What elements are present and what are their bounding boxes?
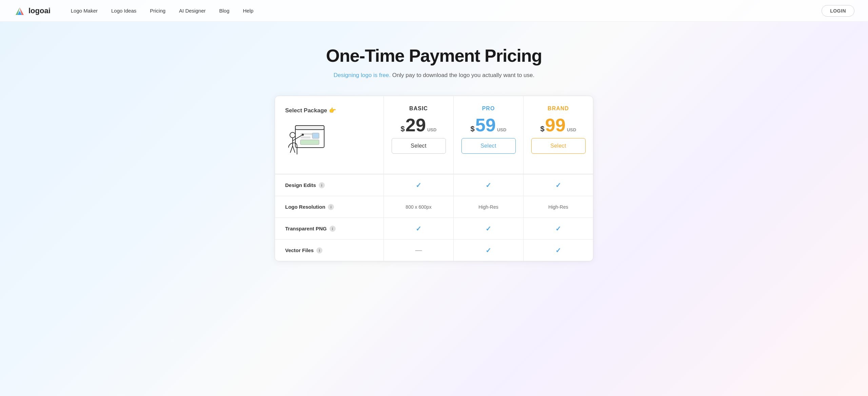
feature-name-3: Vector Files [285, 247, 314, 253]
login-button[interactable]: LOGIN [822, 5, 854, 17]
pricing-header: Select Package 👉 [275, 96, 593, 174]
hero-subtitle-rest: Only pay to download the logo you actual… [391, 72, 534, 78]
svg-point-11 [290, 132, 295, 138]
hero-subtitle-highlight: Designing logo is free. [334, 72, 391, 78]
info-icon-1[interactable]: i [328, 204, 334, 210]
info-icon-3[interactable]: i [316, 247, 322, 253]
check-icon-brand-3: ✓ [555, 246, 561, 254]
plan-brand-name: BRAND [548, 106, 569, 112]
feature-cell-basic-3: — [383, 240, 453, 261]
feature-column-header: Select Package 👉 [275, 96, 383, 174]
select-basic-button[interactable]: Select [392, 138, 446, 154]
nav-blog[interactable]: Blog [219, 8, 229, 14]
svg-rect-9 [312, 133, 319, 138]
check-icon-brand-0: ✓ [555, 181, 561, 189]
select-brand-button[interactable]: Select [531, 138, 586, 154]
package-illustration [285, 122, 329, 163]
feature-row-0: Design Edits i✓✓✓ [275, 174, 593, 196]
check-icon-pro-2: ✓ [486, 225, 491, 233]
feature-cell-pro-2: ✓ [453, 218, 523, 239]
feature-cell-brand-0: ✓ [523, 174, 593, 196]
dash-icon-basic-3: — [415, 246, 422, 254]
check-icon-pro-0: ✓ [486, 181, 491, 189]
plan-pro-header: PRO $ 59 USD Select [453, 96, 523, 174]
plan-basic-header: BASIC $ 29 USD Select [383, 96, 453, 174]
nav-logo-maker[interactable]: Logo Maker [71, 8, 98, 14]
plan-basic-dollar: $ [401, 125, 405, 133]
nav-pricing[interactable]: Pricing [150, 8, 165, 14]
feature-label-2: Transparent PNG i [275, 218, 383, 239]
logo-link[interactable]: logoai [14, 5, 51, 17]
feature-cell-pro-1: High-Res [453, 196, 523, 218]
feature-value-basic-1: 800 x 600px [406, 204, 431, 210]
plan-basic-name: BASIC [409, 106, 428, 112]
feature-value-brand-1: High-Res [548, 204, 568, 210]
logo-icon [14, 5, 26, 17]
plan-brand-usd: USD [567, 127, 576, 132]
plan-pro-name: PRO [482, 106, 495, 112]
feature-cell-brand-1: High-Res [523, 196, 593, 218]
hero-subtitle: Designing logo is free. Only pay to down… [7, 72, 861, 79]
feature-row-1: Logo Resolution i800 x 600pxHigh-ResHigh… [275, 196, 593, 218]
hero-section: One-Time Payment Pricing Designing logo … [0, 22, 868, 96]
select-pro-button[interactable]: Select [461, 138, 516, 154]
feature-cell-pro-3: ✓ [453, 240, 523, 261]
feature-label-1: Logo Resolution i [275, 196, 383, 218]
plan-pro-price: $ 59 USD [471, 116, 507, 134]
feature-name-0: Design Edits [285, 182, 316, 188]
check-icon-basic-2: ✓ [416, 225, 421, 233]
nav-logo-ideas[interactable]: Logo Ideas [111, 8, 136, 14]
svg-rect-8 [300, 136, 311, 138]
plan-basic-usd: USD [427, 127, 436, 132]
plan-brand-amount: 99 [545, 116, 566, 134]
feature-cell-brand-2: ✓ [523, 218, 593, 239]
feature-name-2: Transparent PNG [285, 226, 327, 231]
page-title: One-Time Payment Pricing [7, 45, 861, 66]
pricing-container: Select Package 👉 [264, 96, 604, 282]
plan-pro-amount: 59 [475, 116, 496, 134]
plan-brand-dollar: $ [540, 125, 545, 133]
feature-cell-brand-3: ✓ [523, 240, 593, 261]
feature-row-3: Vector Files i—✓✓ [275, 239, 593, 261]
feature-label-0: Design Edits i [275, 174, 383, 196]
feature-label-3: Vector Files i [275, 240, 383, 261]
logo-text: logoai [28, 6, 51, 15]
feature-cell-basic-2: ✓ [383, 218, 453, 239]
pricing-table: Select Package 👉 [275, 96, 593, 261]
nav-links: Logo Maker Logo Ideas Pricing AI Designe… [71, 8, 822, 14]
info-icon-0[interactable]: i [319, 182, 325, 188]
info-icon-2[interactable]: i [330, 226, 336, 232]
svg-rect-6 [295, 126, 324, 130]
nav-ai-designer[interactable]: AI Designer [179, 8, 205, 14]
navbar: logoai Logo Maker Logo Ideas Pricing AI … [0, 0, 868, 22]
plan-brand-price: $ 99 USD [540, 116, 576, 134]
nav-help[interactable]: Help [243, 8, 254, 14]
feature-row-2: Transparent PNG i✓✓✓ [275, 218, 593, 239]
feature-rows: Design Edits i✓✓✓Logo Resolution i800 x … [275, 174, 593, 261]
svg-rect-10 [300, 140, 319, 145]
check-icon-pro-3: ✓ [486, 246, 491, 254]
select-package-label: Select Package 👉 [285, 107, 336, 114]
feature-cell-basic-1: 800 x 600px [383, 196, 453, 218]
plan-basic-amount: 29 [406, 116, 426, 134]
feature-cell-pro-0: ✓ [453, 174, 523, 196]
check-icon-basic-0: ✓ [416, 181, 421, 189]
plan-pro-usd: USD [497, 127, 506, 132]
svg-point-12 [302, 134, 304, 136]
plan-brand-header: BRAND $ 99 USD Select [523, 96, 593, 174]
feature-value-pro-1: High-Res [478, 204, 498, 210]
feature-name-1: Logo Resolution [285, 204, 325, 210]
plan-pro-dollar: $ [471, 125, 475, 133]
feature-cell-basic-0: ✓ [383, 174, 453, 196]
check-icon-brand-2: ✓ [555, 225, 561, 233]
plan-basic-price: $ 29 USD [401, 116, 437, 134]
